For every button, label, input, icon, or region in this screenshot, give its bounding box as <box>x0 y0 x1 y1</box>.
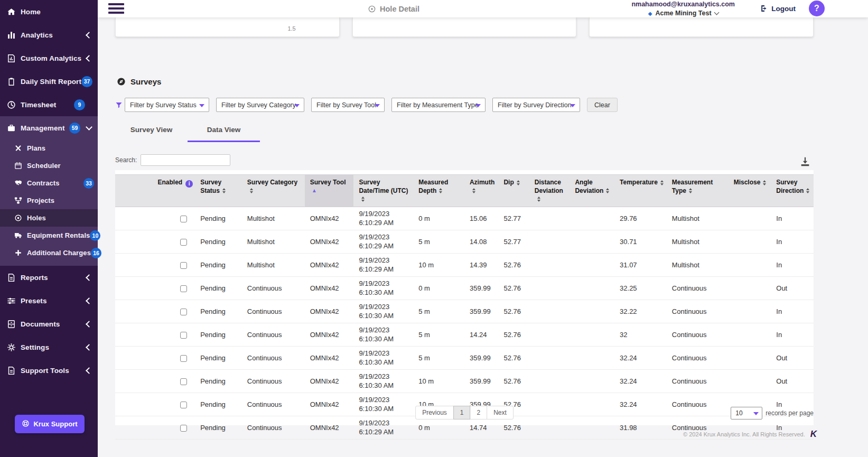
row-checkbox[interactable] <box>180 285 187 292</box>
cell-angle_deviation <box>570 416 614 439</box>
top-header: Hole Detail nmahamood@kruxanalytics.com … <box>98 0 868 17</box>
krux-support-label: Krux Support <box>33 420 77 428</box>
row-checkbox[interactable] <box>180 378 187 385</box>
sidebar-item-holes[interactable]: Holes <box>0 209 98 227</box>
cell-misclose <box>729 346 771 369</box>
column-header-category[interactable]: Survey Category <box>242 175 305 207</box>
column-header-measurement_type[interactable]: Measurement Type <box>667 175 729 207</box>
pagination-previous[interactable]: Previous <box>415 406 454 419</box>
column-header-angle_deviation[interactable]: Angle Deviation <box>570 175 614 207</box>
sidebar-item-support-tools[interactable]: Support Tools <box>0 359 98 382</box>
filter-select-filter-by-survey-category[interactable]: Filter by Survey Category <box>216 98 304 112</box>
filter-select-filter-by-survey-direction[interactable]: Filter by Survey Direction <box>492 98 580 112</box>
pagination-page-2[interactable]: 2 <box>470 406 488 419</box>
sidebar-item-documents[interactable]: Documents <box>0 312 98 335</box>
column-header-depth[interactable]: Measured Depth <box>413 175 464 207</box>
sort-icon[interactable] <box>537 197 540 202</box>
cell-enabled <box>115 253 195 276</box>
sort-up-arrow <box>517 180 520 182</box>
column-header-dip[interactable]: Dip <box>498 175 529 207</box>
sort-icon[interactable] <box>606 188 609 193</box>
sidebar-item-projects[interactable]: Projects <box>0 192 98 209</box>
row-checkbox[interactable] <box>180 309 187 315</box>
records-per-page-select[interactable]: 10 <box>731 407 762 419</box>
cell-datetime: 9/19/2023 6:10:29 AM <box>353 207 413 230</box>
row-checkbox[interactable] <box>180 262 187 269</box>
logout-button[interactable]: Logout <box>760 4 796 13</box>
sort-icon[interactable] <box>222 188 226 193</box>
sidebar-item-settings[interactable]: Settings <box>0 335 98 359</box>
row-checkbox[interactable] <box>180 425 187 432</box>
sidebar-item-management[interactable]: Management59 <box>0 116 98 139</box>
sort-icon[interactable] <box>660 180 664 185</box>
sidebar-item-analytics[interactable]: Analytics <box>0 23 98 46</box>
sidebar-item-label: Settings <box>21 343 49 351</box>
notification-badge: 9 <box>74 99 85 110</box>
sort-ascending-icon[interactable] <box>313 189 316 192</box>
pagination-page-1[interactable]: 1 <box>453 406 471 419</box>
row-checkbox[interactable] <box>180 355 187 362</box>
pagination-next[interactable]: Next <box>487 406 514 419</box>
sort-icon[interactable] <box>517 180 520 185</box>
sidebar-item-equipment-rentals[interactable]: Equipment Rentals10 <box>0 227 98 244</box>
column-header-direction[interactable]: Survey Direction <box>771 175 814 207</box>
sidebar-item-additional-charges[interactable]: Additional Charges16 <box>0 244 98 262</box>
sidebar-item-custom-analytics[interactable]: Custom Analytics <box>0 46 98 70</box>
sidebar-item-presets[interactable]: Presets <box>0 289 98 312</box>
cell-distance_deviation <box>529 323 570 346</box>
row-checkbox[interactable] <box>180 239 187 246</box>
cell-misclose <box>729 230 771 253</box>
sort-icon[interactable] <box>361 197 365 202</box>
sidebar-item-label: Daily Shift Report <box>21 78 81 86</box>
row-checkbox[interactable] <box>180 216 187 222</box>
menu-toggle-button[interactable] <box>108 3 124 16</box>
row-checkbox[interactable] <box>180 402 187 408</box>
column-header-enabled[interactable]: Enabledi <box>115 175 195 207</box>
sidebar-item-timesheet[interactable]: Timesheet9 <box>0 93 98 116</box>
column-header-azimuth[interactable]: Azimuth <box>464 175 498 207</box>
info-icon[interactable]: i <box>185 180 193 188</box>
search-input[interactable] <box>141 154 230 166</box>
home-icon <box>6 7 16 16</box>
notification-badge: 59 <box>69 123 80 134</box>
column-label: Survey Direction <box>776 179 804 194</box>
cell-tool: OMNIx42 <box>305 276 354 300</box>
sidebar-item-home[interactable]: Home <box>0 0 98 23</box>
sort-icon[interactable] <box>763 180 766 185</box>
column-header-tool[interactable]: Survey Tool <box>305 175 354 207</box>
help-button[interactable]: ? <box>809 1 825 16</box>
sidebar-item-daily-shift-report[interactable]: Daily Shift Report37 <box>0 70 98 93</box>
filter-select-filter-by-measurement-type[interactable]: Filter by Measurement Type <box>391 98 486 112</box>
cell-misclose <box>729 276 771 300</box>
sidebar-item-plans[interactable]: Plans <box>0 139 98 157</box>
sort-icon[interactable] <box>250 188 253 193</box>
sort-icon[interactable] <box>439 188 442 193</box>
table-row: PendingContinuousOMNIx429/19/2023 6:10:3… <box>115 323 814 346</box>
column-header-misclose[interactable]: Misclose <box>729 175 771 207</box>
cabinet-icon <box>6 319 16 329</box>
clear-filters-button[interactable]: Clear <box>587 98 618 112</box>
sidebar-item-scheduler[interactable]: Scheduler <box>0 157 98 174</box>
column-header-distance_deviation[interactable]: Distance Deviation <box>529 175 570 207</box>
sidebar-item-contracts[interactable]: Contracts33 <box>0 174 98 192</box>
cell-temperature: 32.24 <box>614 346 667 369</box>
tab-survey-view[interactable]: Survey View <box>115 123 188 142</box>
krux-support-button[interactable]: Krux Support <box>15 415 85 433</box>
sort-icon[interactable] <box>689 188 692 193</box>
column-header-status[interactable]: Survey Status <box>195 175 242 207</box>
sort-icon[interactable] <box>806 188 809 193</box>
sidebar-item-reports[interactable]: Reports <box>0 266 98 289</box>
column-header-temperature[interactable]: Temperature <box>614 175 667 207</box>
cell-temperature: 32 <box>614 323 667 346</box>
tab-data-view[interactable]: Data View <box>188 123 260 142</box>
cell-measurement_type: Multishot <box>667 207 729 230</box>
company-selector[interactable]: ◆ Acme Mining Test <box>631 10 735 17</box>
row-checkbox[interactable] <box>180 332 187 339</box>
filter-select-filter-by-survey-status[interactable]: Filter by Survey Status <box>125 98 209 112</box>
column-header-datetime[interactable]: Survey Date/Time (UTC) <box>353 175 413 207</box>
download-icon[interactable] <box>799 155 811 170</box>
summary-card-3 <box>589 17 814 37</box>
filter-select-filter-by-survey-tool[interactable]: Filter by Survey Tool <box>311 98 385 112</box>
sort-up-arrow <box>250 188 253 190</box>
sort-icon[interactable] <box>472 188 475 193</box>
